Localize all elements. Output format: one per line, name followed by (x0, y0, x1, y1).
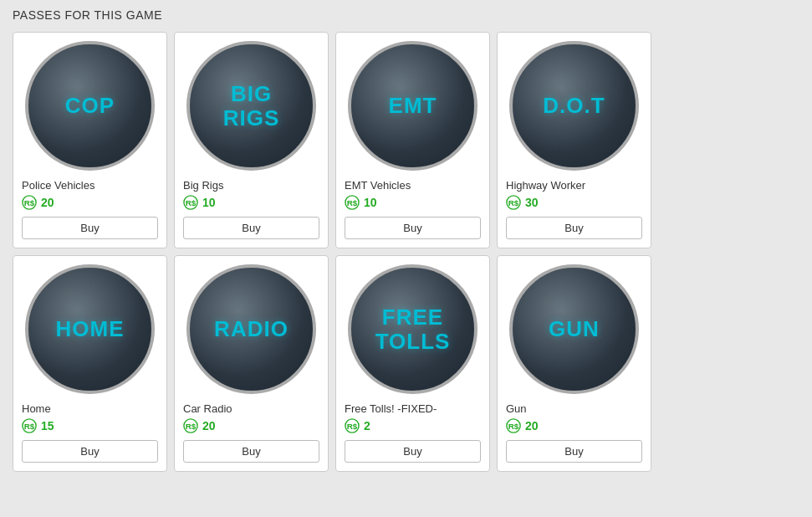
pass-icon-radio: RADIO (186, 264, 316, 394)
svg-text:R$: R$ (24, 422, 35, 431)
pass-icon-text-home: HOME (56, 317, 125, 341)
pass-icon-free-tolls: FREETOLLS (348, 264, 477, 394)
pass-icon-emt: EMT (348, 41, 477, 171)
pass-price-dot: R$ 30 (506, 195, 642, 210)
svg-text:R$: R$ (24, 198, 35, 207)
pass-price-cop: R$ 20 (22, 195, 158, 210)
pass-card-home: HOME Home R$ 15 Buy (13, 255, 167, 472)
pass-icon-text-gun: GUN (549, 317, 600, 341)
pass-price-free-tolls: R$ 2 (345, 418, 481, 433)
pass-name-dot: Highway Worker (506, 179, 642, 192)
buy-button-free-tolls[interactable]: Buy (345, 440, 481, 463)
pass-icon-gun: GUN (509, 264, 639, 394)
pass-price-emt: R$ 10 (345, 195, 481, 210)
pass-card-cop: COP Police Vehicles R$ 20 Buy (13, 32, 167, 248)
pass-icon-cop: COP (25, 41, 155, 171)
pass-price-value-free-tolls: 2 (364, 419, 370, 433)
svg-text:R$: R$ (508, 198, 519, 207)
pass-card-radio: RADIO Car Radio R$ 20 Buy (174, 255, 329, 472)
pass-name-radio: Car Radio (183, 402, 319, 415)
pass-price-value-big-rigs: 10 (202, 196, 216, 209)
passes-grid: COP Police Vehicles R$ 20 Buy BIGRIGS Bi… (13, 32, 799, 472)
pass-icon-home: HOME (25, 264, 155, 394)
pass-icon-text-dot: D.O.T (543, 94, 605, 118)
buy-button-radio[interactable]: Buy (183, 440, 319, 463)
pass-price-radio: R$ 20 (183, 418, 319, 433)
buy-button-emt[interactable]: Buy (345, 217, 481, 239)
pass-name-big-rigs: Big Rigs (183, 179, 319, 192)
page-title: PASSES FOR THIS GAME (13, 8, 799, 22)
pass-icon-text-free-tolls: FREETOLLS (375, 305, 451, 353)
pass-price-big-rigs: R$ 10 (183, 195, 319, 210)
pass-price-value-home: 15 (41, 419, 54, 433)
pass-price-gun: R$ 20 (506, 418, 642, 433)
pass-name-emt: EMT Vehicles (345, 179, 481, 192)
pass-icon-text-big-rigs: BIGRIGS (223, 82, 280, 130)
pass-name-cop: Police Vehicles (22, 179, 158, 192)
pass-price-value-dot: 30 (525, 196, 539, 209)
page-container: PASSES FOR THIS GAME COP Police Vehicles… (13, 8, 799, 472)
buy-button-big-rigs[interactable]: Buy (183, 217, 319, 239)
buy-button-dot[interactable]: Buy (506, 217, 642, 239)
pass-name-gun: Gun (506, 402, 642, 415)
buy-button-gun[interactable]: Buy (506, 440, 642, 463)
pass-card-emt: EMT EMT Vehicles R$ 10 Buy (335, 32, 490, 248)
pass-icon-text-emt: EMT (389, 94, 437, 118)
pass-name-free-tolls: Free Tolls! -FIXED- (345, 402, 481, 415)
svg-text:R$: R$ (186, 198, 197, 207)
pass-card-big-rigs: BIGRIGS Big Rigs R$ 10 Buy (174, 32, 329, 248)
svg-text:R$: R$ (347, 198, 358, 207)
pass-icon-dot: D.O.T (509, 41, 639, 171)
pass-price-value-radio: 20 (202, 419, 216, 433)
svg-text:R$: R$ (347, 422, 358, 431)
svg-text:R$: R$ (508, 422, 519, 431)
svg-text:R$: R$ (186, 422, 197, 431)
buy-button-home[interactable]: Buy (22, 440, 158, 463)
pass-icon-big-rigs: BIGRIGS (186, 41, 316, 171)
pass-price-home: R$ 15 (22, 418, 158, 433)
buy-button-cop[interactable]: Buy (22, 217, 158, 239)
pass-card-dot: D.O.T Highway Worker R$ 30 Buy (497, 32, 651, 248)
pass-price-value-emt: 10 (364, 196, 377, 209)
pass-card-gun: GUN Gun R$ 20 Buy (497, 255, 651, 472)
pass-card-free-tolls: FREETOLLS Free Tolls! -FIXED- R$ 2 Buy (335, 255, 490, 472)
pass-icon-text-radio: RADIO (214, 317, 289, 341)
pass-icon-text-cop: COP (65, 94, 115, 118)
pass-price-value-gun: 20 (525, 419, 539, 433)
pass-price-value-cop: 20 (41, 196, 54, 209)
pass-name-home: Home (22, 402, 158, 415)
